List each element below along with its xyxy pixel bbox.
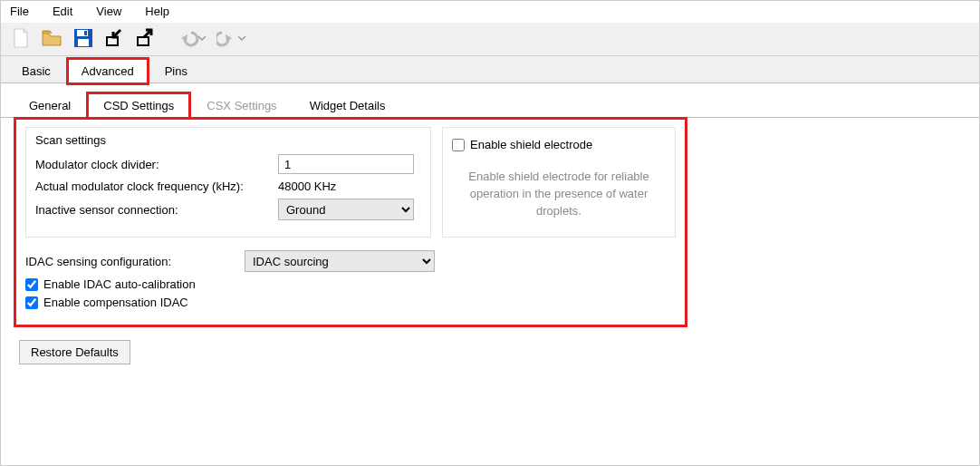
menubar: File Edit View Help xyxy=(1,1,979,23)
enable-shield-checkbox[interactable] xyxy=(452,139,465,151)
actual-mod-freq-label: Actual modulator clock frequency (kHz): xyxy=(35,180,278,193)
toolbar xyxy=(1,23,979,56)
csd-settings-highlight: Scan settings Modulator clock divider: A… xyxy=(14,117,687,327)
sub-tabs: General CSD Settings CSX Settings Widget… xyxy=(1,83,979,118)
scan-settings-legend: Scan settings xyxy=(35,133,421,147)
shield-electrode-group: Enable shield electrode Enable shield el… xyxy=(442,127,676,238)
svg-rect-3 xyxy=(84,31,87,35)
enable-shield-label: Enable shield electrode xyxy=(470,138,592,151)
undo-icon[interactable] xyxy=(177,26,209,50)
inactive-sensor-label: Inactive sensor connection: xyxy=(35,203,278,217)
menu-edit[interactable]: Edit xyxy=(49,3,76,20)
shield-description: Enable shield electrode for reliable ope… xyxy=(452,156,666,224)
svg-rect-4 xyxy=(78,39,89,46)
import-icon[interactable] xyxy=(102,26,126,50)
menu-help[interactable]: Help xyxy=(141,3,173,20)
open-folder-icon[interactable] xyxy=(41,26,64,50)
enable-comp-idac-label: Enable compensation IDAC xyxy=(43,296,188,309)
enable-idac-autocal-label: Enable IDAC auto-calibration xyxy=(43,277,196,291)
save-icon[interactable] xyxy=(72,26,95,50)
subtab-csx-settings[interactable]: CSX Settings xyxy=(191,93,292,118)
subtab-csd-settings[interactable]: CSD Settings xyxy=(88,93,189,118)
new-file-icon[interactable] xyxy=(10,26,34,50)
tab-basic[interactable]: Basic xyxy=(8,59,64,83)
tab-advanced[interactable]: Advanced xyxy=(68,59,148,83)
idac-config-select[interactable]: IDAC sourcing xyxy=(245,250,435,272)
primary-tabs: Basic Advanced Pins xyxy=(1,56,979,83)
export-icon[interactable] xyxy=(133,26,157,50)
enable-idac-autocal-checkbox[interactable] xyxy=(25,278,38,291)
scan-settings-group: Scan settings Modulator clock divider: A… xyxy=(25,127,431,238)
subtab-widget-details[interactable]: Widget Details xyxy=(294,93,401,118)
modulator-clock-divider-label: Modulator clock divider: xyxy=(35,158,278,171)
menu-file[interactable]: File xyxy=(6,3,33,20)
restore-defaults-button[interactable]: Restore Defaults xyxy=(19,340,130,364)
subtab-general[interactable]: General xyxy=(14,93,86,118)
actual-mod-freq-value: 48000 KHz xyxy=(278,180,336,193)
inactive-sensor-select[interactable]: Ground xyxy=(278,199,414,220)
modulator-clock-divider-input[interactable] xyxy=(278,154,414,174)
enable-comp-idac-checkbox[interactable] xyxy=(25,296,38,309)
tab-pins[interactable]: Pins xyxy=(151,59,201,83)
menu-view[interactable]: View xyxy=(92,3,125,20)
idac-config-label: IDAC sensing configuration: xyxy=(25,255,235,268)
redo-icon[interactable] xyxy=(216,26,249,50)
svg-rect-6 xyxy=(138,37,149,45)
tab-content: Scan settings Modulator clock divider: A… xyxy=(1,117,979,377)
